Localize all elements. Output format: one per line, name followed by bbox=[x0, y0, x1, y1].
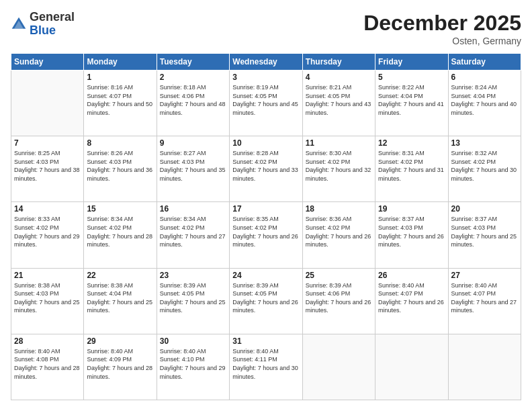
day-info: Sunrise: 8:25 AMSunset: 4:03 PMDaylight:… bbox=[14, 149, 81, 183]
day-info: Sunrise: 8:37 AMSunset: 4:03 PMDaylight:… bbox=[378, 215, 445, 248]
calendar-cell: 28Sunrise: 8:40 AMSunset: 4:08 PMDayligh… bbox=[11, 334, 84, 400]
calendar-cell: 9Sunrise: 8:27 AMSunset: 4:03 PMDaylight… bbox=[157, 136, 229, 202]
day-info: Sunrise: 8:24 AMSunset: 4:04 PMDaylight:… bbox=[451, 83, 518, 117]
day-info: Sunrise: 8:27 AMSunset: 4:03 PMDaylight:… bbox=[160, 149, 226, 183]
calendar-cell: 16Sunrise: 8:34 AMSunset: 4:02 PMDayligh… bbox=[157, 202, 229, 268]
day-info: Sunrise: 8:26 AMSunset: 4:03 PMDaylight:… bbox=[87, 149, 153, 183]
calendar-cell: 11Sunrise: 8:30 AMSunset: 4:02 PMDayligh… bbox=[302, 136, 375, 202]
calendar-cell: 14Sunrise: 8:33 AMSunset: 4:02 PMDayligh… bbox=[11, 202, 84, 268]
day-info: Sunrise: 8:22 AMSunset: 4:04 PMDaylight:… bbox=[378, 83, 445, 117]
day-info: Sunrise: 8:40 AMSunset: 4:07 PMDaylight:… bbox=[451, 281, 518, 315]
day-number: 9 bbox=[160, 138, 226, 148]
calendar-cell: 6Sunrise: 8:24 AMSunset: 4:04 PMDaylight… bbox=[448, 71, 521, 136]
day-info: Sunrise: 8:34 AMSunset: 4:02 PMDaylight:… bbox=[87, 215, 153, 248]
day-info: Sunrise: 8:37 AMSunset: 4:03 PMDaylight:… bbox=[451, 215, 518, 248]
calendar-cell: 19Sunrise: 8:37 AMSunset: 4:03 PMDayligh… bbox=[375, 202, 448, 268]
day-number: 8 bbox=[87, 138, 153, 148]
day-number: 12 bbox=[378, 138, 445, 148]
day-number: 22 bbox=[87, 271, 153, 280]
calendar-header-row: SundayMondayTuesdayWednesdayThursdayFrid… bbox=[11, 54, 521, 71]
calendar-cell: 1Sunrise: 8:16 AMSunset: 4:07 PMDaylight… bbox=[84, 71, 157, 136]
day-info: Sunrise: 8:39 AMSunset: 4:05 PMDaylight:… bbox=[160, 281, 226, 315]
day-number: 17 bbox=[232, 204, 299, 214]
day-number: 25 bbox=[306, 271, 372, 280]
title-block: December 2025 Osten, Germany bbox=[363, 11, 521, 46]
calendar-week-1: 1Sunrise: 8:16 AMSunset: 4:07 PMDaylight… bbox=[11, 71, 521, 136]
calendar-cell: 12Sunrise: 8:31 AMSunset: 4:02 PMDayligh… bbox=[375, 136, 448, 202]
day-info: Sunrise: 8:40 AMSunset: 4:10 PMDaylight:… bbox=[160, 347, 226, 381]
calendar-cell bbox=[448, 334, 521, 400]
day-info: Sunrise: 8:40 AMSunset: 4:09 PMDaylight:… bbox=[87, 347, 153, 381]
day-info: Sunrise: 8:38 AMSunset: 4:03 PMDaylight:… bbox=[14, 281, 81, 315]
day-number: 14 bbox=[14, 204, 81, 214]
calendar-cell: 8Sunrise: 8:26 AMSunset: 4:03 PMDaylight… bbox=[84, 136, 157, 202]
calendar-cell: 15Sunrise: 8:34 AMSunset: 4:02 PMDayligh… bbox=[84, 202, 157, 268]
calendar-cell: 20Sunrise: 8:37 AMSunset: 4:03 PMDayligh… bbox=[448, 202, 521, 268]
day-info: Sunrise: 8:34 AMSunset: 4:02 PMDaylight:… bbox=[160, 215, 226, 248]
day-info: Sunrise: 8:19 AMSunset: 4:05 PMDaylight:… bbox=[232, 83, 299, 117]
day-number: 16 bbox=[160, 204, 226, 214]
day-number: 4 bbox=[306, 73, 372, 82]
day-info: Sunrise: 8:38 AMSunset: 4:04 PMDaylight:… bbox=[87, 281, 153, 315]
day-number: 30 bbox=[160, 336, 226, 346]
day-info: Sunrise: 8:36 AMSunset: 4:02 PMDaylight:… bbox=[306, 215, 372, 248]
month-title: December 2025 bbox=[363, 11, 521, 36]
calendar-cell: 22Sunrise: 8:38 AMSunset: 4:04 PMDayligh… bbox=[84, 268, 157, 334]
day-info: Sunrise: 8:31 AMSunset: 4:02 PMDaylight:… bbox=[378, 149, 445, 183]
calendar-header-sunday: Sunday bbox=[11, 54, 84, 71]
day-number: 13 bbox=[451, 138, 518, 148]
day-number: 18 bbox=[306, 204, 372, 214]
day-info: Sunrise: 8:35 AMSunset: 4:02 PMDaylight:… bbox=[232, 215, 299, 248]
calendar-week-5: 28Sunrise: 8:40 AMSunset: 4:08 PMDayligh… bbox=[11, 334, 521, 400]
calendar-header-monday: Monday bbox=[84, 54, 157, 71]
calendar-week-2: 7Sunrise: 8:25 AMSunset: 4:03 PMDaylight… bbox=[11, 136, 521, 202]
calendar-cell: 21Sunrise: 8:38 AMSunset: 4:03 PMDayligh… bbox=[11, 268, 84, 334]
calendar-cell: 29Sunrise: 8:40 AMSunset: 4:09 PMDayligh… bbox=[84, 334, 157, 400]
day-number: 1 bbox=[87, 73, 153, 82]
logo-blue: Blue bbox=[30, 24, 75, 38]
day-info: Sunrise: 8:18 AMSunset: 4:06 PMDaylight:… bbox=[160, 83, 226, 117]
day-info: Sunrise: 8:40 AMSunset: 4:08 PMDaylight:… bbox=[14, 347, 81, 381]
day-number: 15 bbox=[87, 204, 153, 214]
day-info: Sunrise: 8:39 AMSunset: 4:06 PMDaylight:… bbox=[306, 281, 372, 315]
logo-icon bbox=[11, 16, 27, 32]
calendar-week-3: 14Sunrise: 8:33 AMSunset: 4:02 PMDayligh… bbox=[11, 202, 521, 268]
calendar-cell: 26Sunrise: 8:40 AMSunset: 4:07 PMDayligh… bbox=[375, 268, 448, 334]
calendar-cell: 5Sunrise: 8:22 AMSunset: 4:04 PMDaylight… bbox=[375, 71, 448, 136]
day-info: Sunrise: 8:33 AMSunset: 4:02 PMDaylight:… bbox=[14, 215, 81, 248]
logo-text: General Blue bbox=[30, 11, 75, 38]
day-number: 26 bbox=[378, 271, 445, 280]
day-info: Sunrise: 8:21 AMSunset: 4:05 PMDaylight:… bbox=[306, 83, 372, 117]
day-number: 19 bbox=[378, 204, 445, 214]
calendar-cell: 13Sunrise: 8:32 AMSunset: 4:02 PMDayligh… bbox=[448, 136, 521, 202]
calendar-cell: 23Sunrise: 8:39 AMSunset: 4:05 PMDayligh… bbox=[157, 268, 229, 334]
day-info: Sunrise: 8:16 AMSunset: 4:07 PMDaylight:… bbox=[87, 83, 153, 117]
day-number: 3 bbox=[232, 73, 299, 82]
calendar-cell: 18Sunrise: 8:36 AMSunset: 4:02 PMDayligh… bbox=[302, 202, 375, 268]
calendar-body: 1Sunrise: 8:16 AMSunset: 4:07 PMDaylight… bbox=[11, 71, 521, 400]
header: General Blue December 2025 Osten, German… bbox=[11, 11, 521, 46]
day-info: Sunrise: 8:39 AMSunset: 4:05 PMDaylight:… bbox=[232, 281, 299, 315]
day-number: 29 bbox=[87, 336, 153, 346]
day-number: 11 bbox=[306, 138, 372, 148]
day-number: 21 bbox=[14, 271, 81, 280]
calendar-cell: 31Sunrise: 8:40 AMSunset: 4:11 PMDayligh… bbox=[230, 334, 302, 400]
calendar-cell bbox=[302, 334, 375, 400]
day-number: 27 bbox=[451, 271, 518, 280]
day-info: Sunrise: 8:30 AMSunset: 4:02 PMDaylight:… bbox=[306, 149, 372, 183]
day-number: 24 bbox=[232, 271, 299, 280]
day-info: Sunrise: 8:28 AMSunset: 4:02 PMDaylight:… bbox=[232, 149, 299, 183]
calendar-cell: 10Sunrise: 8:28 AMSunset: 4:02 PMDayligh… bbox=[230, 136, 302, 202]
day-number: 7 bbox=[14, 138, 81, 148]
calendar-cell: 3Sunrise: 8:19 AMSunset: 4:05 PMDaylight… bbox=[230, 71, 302, 136]
calendar-cell bbox=[11, 71, 84, 136]
calendar-cell: 2Sunrise: 8:18 AMSunset: 4:06 PMDaylight… bbox=[157, 71, 229, 136]
calendar-week-4: 21Sunrise: 8:38 AMSunset: 4:03 PMDayligh… bbox=[11, 268, 521, 334]
day-info: Sunrise: 8:40 AMSunset: 4:07 PMDaylight:… bbox=[378, 281, 445, 315]
calendar-header-friday: Friday bbox=[375, 54, 448, 71]
day-number: 23 bbox=[160, 271, 226, 280]
day-number: 20 bbox=[451, 204, 518, 214]
day-number: 6 bbox=[451, 73, 518, 82]
day-number: 28 bbox=[14, 336, 81, 346]
page: General Blue December 2025 Osten, German… bbox=[0, 0, 532, 411]
